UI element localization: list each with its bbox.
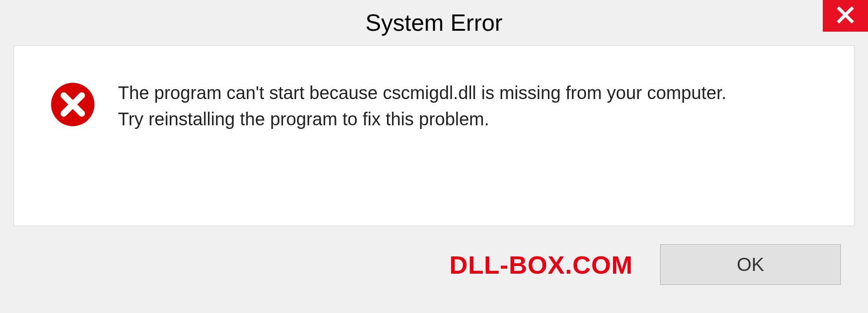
error-icon (50, 82, 95, 129)
error-message-line2: Try reinstalling the program to fix this… (118, 106, 831, 132)
error-message: The program can't start because cscmigdl… (118, 77, 831, 132)
dialog-title: System Error (365, 9, 502, 36)
dialog-footer: DLL-BOX.COM OK (0, 226, 868, 285)
error-message-line1: The program can't start because cscmigdl… (118, 80, 831, 106)
close-icon (836, 6, 854, 26)
ok-button[interactable]: OK (660, 244, 841, 285)
close-button[interactable] (823, 0, 868, 32)
titlebar: System Error (0, 0, 868, 41)
watermark-text: DLL-BOX.COM (449, 250, 633, 280)
dialog-content: The program can't start because cscmigdl… (14, 45, 854, 226)
